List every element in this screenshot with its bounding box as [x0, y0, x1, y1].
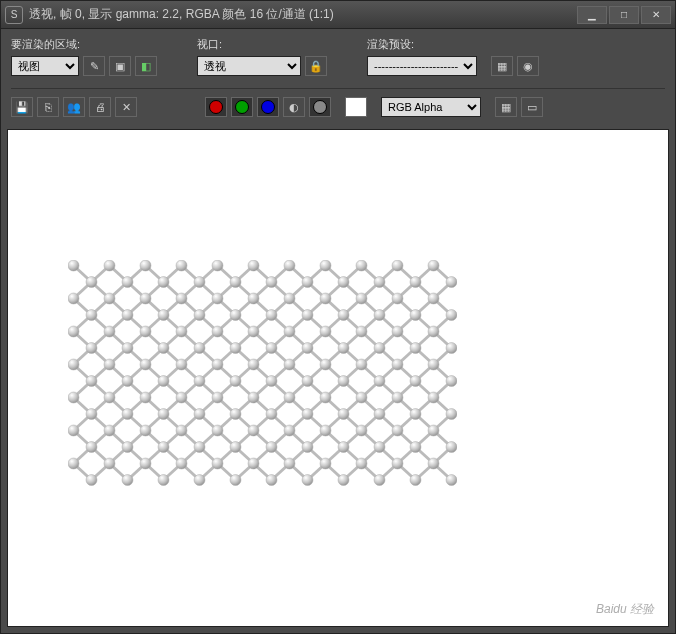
svg-point-346	[320, 359, 331, 370]
svg-point-366	[248, 392, 259, 403]
svg-point-289	[266, 277, 277, 288]
svg-point-352	[158, 376, 169, 387]
clear-icon: ✕	[122, 101, 131, 114]
print-button[interactable]: 🖨	[89, 97, 111, 117]
svg-point-423	[338, 475, 349, 486]
svg-point-303	[356, 293, 367, 304]
preset-dropdown[interactable]: ------------------------	[367, 56, 477, 76]
svg-point-306	[86, 310, 97, 321]
viewport-lock-button[interactable]: 🔒	[305, 56, 327, 76]
close-button[interactable]: ✕	[641, 6, 671, 24]
svg-point-355	[266, 376, 277, 387]
clone-button[interactable]: 👥	[63, 97, 85, 117]
svg-point-368	[320, 392, 331, 403]
mono-channel-button[interactable]	[309, 97, 331, 117]
svg-point-282	[392, 260, 403, 271]
svg-point-350	[86, 376, 97, 387]
svg-point-309	[194, 310, 205, 321]
svg-point-410	[248, 458, 259, 469]
minimize-button[interactable]: ▁	[577, 6, 607, 24]
channel-dropdown[interactable]: RGB Alpha	[381, 97, 481, 117]
render-setup-button[interactable]: ▦	[491, 56, 513, 76]
svg-point-425	[410, 475, 421, 486]
svg-point-405	[68, 458, 79, 469]
svg-point-379	[338, 409, 349, 420]
svg-point-360	[446, 376, 457, 387]
svg-point-314	[374, 310, 385, 321]
frame-icon: ▭	[527, 101, 537, 114]
svg-point-357	[338, 376, 349, 387]
render-canvas[interactable]: Baidu 经验	[7, 129, 669, 627]
region-safe-button[interactable]: ◧	[135, 56, 157, 76]
viewport-dropdown[interactable]: 透视	[197, 56, 301, 76]
svg-point-280	[320, 260, 331, 271]
overlay-icon: ▦	[501, 101, 511, 114]
svg-point-416	[86, 475, 97, 486]
alpha-channel-button[interactable]: ◐	[283, 97, 305, 117]
svg-point-396	[158, 442, 169, 453]
region-group: 要渲染的区域: 视图 ✎ ▣ ◧	[11, 37, 157, 76]
svg-point-322	[248, 326, 259, 337]
svg-point-316	[446, 310, 457, 321]
svg-point-370	[392, 392, 403, 403]
svg-point-336	[374, 343, 385, 354]
render-setup-icon: ▦	[497, 60, 507, 73]
svg-point-328	[86, 343, 97, 354]
svg-point-351	[122, 376, 133, 387]
preset-label: 渲染预设:	[367, 37, 539, 52]
svg-point-325	[356, 326, 367, 337]
svg-point-353	[194, 376, 205, 387]
green-channel-button[interactable]	[231, 97, 253, 117]
svg-point-334	[302, 343, 313, 354]
svg-point-358	[374, 376, 385, 387]
svg-point-281	[356, 260, 367, 271]
maximize-button[interactable]: □	[609, 6, 639, 24]
svg-point-275	[140, 260, 151, 271]
svg-point-311	[266, 310, 277, 321]
svg-point-321	[212, 326, 223, 337]
svg-point-408	[176, 458, 187, 469]
svg-point-349	[428, 359, 439, 370]
svg-point-291	[338, 277, 349, 288]
svg-point-288	[230, 277, 241, 288]
lock-icon: 🔒	[309, 60, 323, 73]
save-button[interactable]: 💾	[11, 97, 33, 117]
svg-point-356	[302, 376, 313, 387]
toggle-frame-button[interactable]: ▭	[521, 97, 543, 117]
svg-point-342	[176, 359, 187, 370]
svg-point-277	[212, 260, 223, 271]
svg-point-337	[410, 343, 421, 354]
background-color-button[interactable]	[345, 97, 367, 117]
blue-channel-button[interactable]	[257, 97, 279, 117]
copy-button[interactable]: ⎘	[37, 97, 59, 117]
svg-point-315	[410, 310, 421, 321]
svg-point-332	[230, 343, 241, 354]
svg-point-386	[176, 425, 187, 436]
svg-point-300	[248, 293, 259, 304]
svg-point-320	[176, 326, 187, 337]
svg-point-402	[374, 442, 385, 453]
svg-point-313	[338, 310, 349, 321]
clear-button[interactable]: ✕	[115, 97, 137, 117]
window-title: 透视, 帧 0, 显示 gamma: 2.2, RGBA 颜色 16 位/通道 …	[29, 6, 334, 23]
svg-point-341	[140, 359, 151, 370]
region-edit-button[interactable]: ✎	[83, 56, 105, 76]
region-label: 要渲染的区域:	[11, 37, 157, 52]
alpha-icon: ◐	[289, 101, 299, 114]
svg-point-365	[212, 392, 223, 403]
svg-point-384	[104, 425, 115, 436]
svg-point-414	[392, 458, 403, 469]
svg-point-274	[104, 260, 115, 271]
red-channel-button[interactable]	[205, 97, 227, 117]
svg-point-373	[122, 409, 133, 420]
svg-point-348	[392, 359, 403, 370]
svg-point-290	[302, 277, 313, 288]
toggle-overlay-button[interactable]: ▦	[495, 97, 517, 117]
svg-point-401	[338, 442, 349, 453]
region-crop-button[interactable]: ▣	[109, 56, 131, 76]
region-dropdown[interactable]: 视图	[11, 56, 79, 76]
svg-point-323	[284, 326, 295, 337]
svg-point-324	[320, 326, 331, 337]
svg-point-380	[374, 409, 385, 420]
render-button[interactable]: ◉	[517, 56, 539, 76]
